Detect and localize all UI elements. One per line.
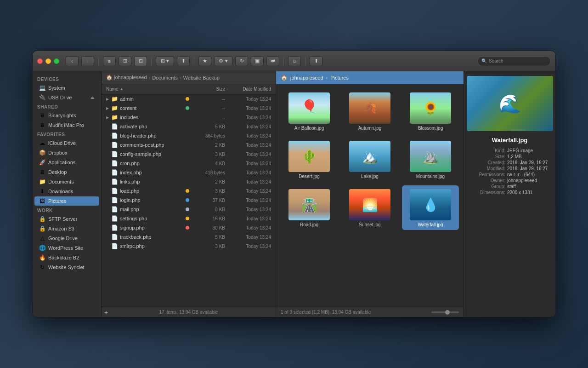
file-size: 3 KB	[193, 244, 225, 249]
sidebar-item-wordpress[interactable]: 🌐 WordPress Site	[34, 243, 99, 253]
file-list-pane: 🏠 johnappleseed › Documents › Website Ba…	[102, 71, 276, 317]
sidebar-label-usb: USB Drive	[48, 95, 72, 100]
table-row[interactable]: 📄 comments-post.php 2 KB Today 13:24	[102, 140, 276, 150]
table-row[interactable]: 📄 cron.php 4 KB Today 13:24	[102, 159, 276, 168]
file-size: 5 KB	[193, 124, 225, 129]
file-date: Today 13:24	[225, 170, 271, 175]
icon-item-waterfall[interactable]: Waterfall.jpg	[402, 185, 459, 230]
separator-3	[194, 57, 194, 66]
table-row[interactable]: 📄 login.php 37 KB Today 13:24	[102, 196, 276, 205]
breadcrumb-documents[interactable]: Documents	[152, 75, 178, 80]
eject-icon[interactable]: ⏏	[90, 95, 95, 100]
thumbnail-waterfall	[410, 189, 451, 220]
sidebar-item-gdrive[interactable]: △ Google Drive	[34, 234, 99, 243]
table-row[interactable]: 📄 mail.php 8 KB Today 13:24	[102, 205, 276, 214]
table-row[interactable]: 📄 config-sample.php 3 KB Today 13:24	[102, 150, 276, 159]
icon-view-scroll[interactable]: Air Balloon.jpg Autumn.jpg Blossom.jpg	[276, 84, 464, 307]
table-row[interactable]: ▶ 📁 content -- Today 13:24	[102, 104, 276, 113]
maximize-button[interactable]	[54, 58, 59, 64]
sidebar-item-dropbox[interactable]: 📦 Dropbox	[34, 148, 99, 157]
forward-button[interactable]: ›	[81, 56, 94, 66]
table-row[interactable]: 📄 trackback.php 5 KB Today 13:24	[102, 232, 276, 242]
sidebar-item-usb[interactable]: 🔌 USB Drive ⏏	[34, 93, 99, 102]
col-size-header[interactable]: Size	[193, 86, 225, 92]
table-row[interactable]: ▶ 📁 includes -- Today 13:24	[102, 113, 276, 122]
file-dot	[186, 106, 189, 110]
search-box[interactable]: 🔍 Search	[477, 56, 551, 66]
table-row[interactable]: 📄 settings.php 16 KB Today 13:24	[102, 214, 276, 223]
view-list-button[interactable]: ≡	[103, 56, 116, 66]
close-button[interactable]	[37, 58, 43, 64]
sidebar-label-desktop: Desktop	[48, 169, 67, 175]
view-icons-button[interactable]: ⊟	[134, 56, 147, 66]
icon-item-autumn[interactable]: Autumn.jpg	[341, 89, 398, 133]
sync-button[interactable]: ↻	[235, 56, 248, 66]
file-dot	[186, 143, 189, 147]
sidebar-section-work: Work	[33, 206, 101, 214]
sidebar-item-backblaze[interactable]: 🔥 Backblaze B2	[34, 253, 99, 262]
sidebar-item-pictures[interactable]: 🖼 Pictures	[34, 196, 99, 206]
sidebar-item-applications[interactable]: 🚀 Applications	[34, 158, 99, 167]
sidebar-item-downloads[interactable]: ⬇ Downloads	[34, 187, 99, 196]
preview-image	[467, 76, 553, 131]
file-name: load.php	[120, 188, 186, 194]
sidebar-item-synclet[interactable]: ↻ Website Synclet	[34, 263, 99, 272]
upload-button[interactable]: ⬆	[310, 56, 322, 66]
breadcrumb-website[interactable]: Website Backup	[183, 75, 220, 80]
col-name-header[interactable]: Name ▲	[106, 86, 193, 92]
table-row[interactable]: 📄 blog-header.php 364 bytes Today 13:24	[102, 131, 276, 140]
file-icon: 📄	[111, 169, 118, 176]
preview-meta: Kind: JPEG image Size: 1,2 MB Created: 2…	[469, 148, 551, 196]
icon-item-road[interactable]: Road.jpg	[281, 185, 338, 230]
sidebar-item-documents[interactable]: 📁 Documents	[34, 177, 99, 186]
action-button[interactable]: ⚙ ▾	[214, 56, 232, 66]
icon-item-sunset[interactable]: Sunset.jpg	[341, 185, 398, 230]
table-row[interactable]: ▶ 📁 admin -- Today 13:24	[102, 94, 276, 104]
icon-item-mountains[interactable]: Mountains.jpg	[402, 137, 459, 182]
breadcrumb-user[interactable]: 🏠 johnappleseed	[106, 75, 147, 80]
view-columns-button[interactable]: ⊞	[119, 56, 131, 66]
table-row[interactable]: 📄 signup.php 30 KB Today 13:24	[102, 223, 276, 232]
table-row[interactable]: 📄 activate.php 5 KB Today 13:24	[102, 122, 276, 131]
file-list-scroll[interactable]: ▶ 📁 admin -- Today 13:24 ▶ 📁 content	[102, 94, 276, 307]
file-icon: 📄	[111, 141, 118, 149]
table-row[interactable]: 📄 load.php 3 KB Today 13:24	[102, 186, 276, 196]
back-button[interactable]: ‹	[66, 56, 79, 66]
sidebar-item-system[interactable]: 💻 System	[34, 83, 99, 92]
icon-item-blossom[interactable]: Blossom.jpg	[402, 89, 459, 133]
table-row[interactable]: 📄 index.php 418 bytes Today 13:24	[102, 168, 276, 177]
file-size: 30 KB	[193, 225, 225, 230]
sidebar-item-imac[interactable]: 🖥 Mudi's iMac Pro	[34, 121, 99, 130]
icon-item-lake[interactable]: Lake.jpg	[341, 137, 398, 182]
toolbar: ‹ › ≡ ⊞ ⊟ ⊞ ▾ ⬆ ★ ⚙ ▾ ↻ ▣ ⇌ ☺ ⬆ 🔍 Search	[33, 51, 555, 71]
sidebar-item-s3[interactable]: 🔒 Amazon S3	[34, 224, 99, 233]
file-size: 2 KB	[193, 179, 225, 184]
zoom-slider[interactable]	[431, 311, 459, 313]
file-date: Today 13:24	[225, 179, 271, 184]
file-list-header: Name ▲ Size Date Modified	[102, 84, 276, 94]
sidebar-item-desktop[interactable]: 🖥 Desktop	[34, 167, 99, 177]
col-date-header[interactable]: Date Modified	[225, 86, 271, 92]
arrange-button[interactable]: ⊞ ▾	[156, 56, 174, 66]
minimize-button[interactable]	[45, 58, 51, 64]
meta-val-dimensions: 2200 x 1331	[507, 190, 551, 195]
icon-item-desert[interactable]: Desert.jpg	[281, 137, 338, 182]
add-folder-button[interactable]: +	[102, 308, 111, 317]
connect-button[interactable]: ⇌	[266, 56, 279, 66]
screen-button[interactable]: ▣	[251, 56, 264, 66]
share-button[interactable]: ⬆	[177, 56, 190, 66]
table-row[interactable]: 📄 xmlrpc.php 3 KB Today 13:24	[102, 242, 276, 251]
file-dot	[186, 125, 189, 128]
table-row[interactable]: 📄 links.php 2 KB Today 13:24	[102, 177, 276, 186]
tags-button[interactable]: ★	[198, 56, 211, 66]
sidebar-item-sftp[interactable]: 🔒 SFTP Server	[34, 214, 99, 224]
sftp-icon: 🔒	[39, 216, 45, 222]
icon-item-balloon[interactable]: Air Balloon.jpg	[281, 89, 338, 133]
sidebar-label-synclet: Website Synclet	[48, 264, 85, 270]
emoji-button[interactable]: ☺	[288, 56, 301, 66]
sidebar-label-imac: Mudi's iMac Pro	[48, 122, 84, 128]
sidebar-item-icloud[interactable]: ☁ iCloud Drive	[34, 138, 99, 148]
icloud-icon: ☁	[39, 140, 45, 146]
sidebar-item-binarynights[interactable]: 🖥 Binarynights	[34, 111, 99, 120]
file-name: signup.php	[120, 225, 186, 230]
